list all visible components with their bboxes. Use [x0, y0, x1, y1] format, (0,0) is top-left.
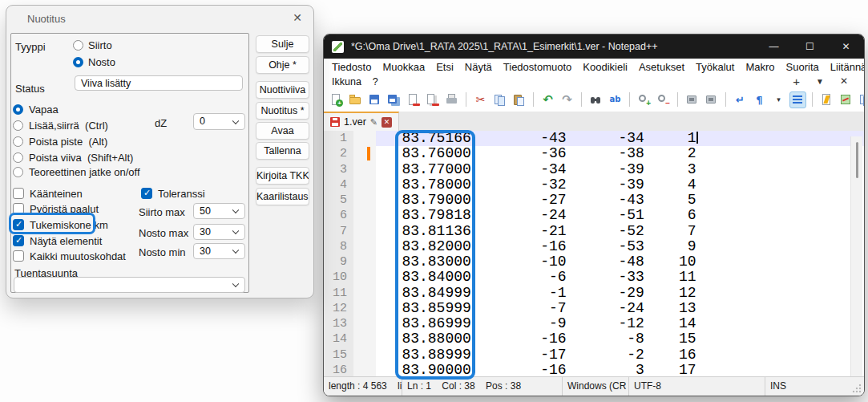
close-doc-icon[interactable]: ✕ [840, 75, 848, 87]
sulje-button[interactable]: Sulje [256, 35, 309, 53]
undo-icon[interactable]: ↶ [539, 91, 556, 108]
line-text[interactable]: 83.77000 -34 -39 3 [376, 162, 864, 177]
tuentasuunta-combobox[interactable] [14, 277, 245, 293]
editor-line-16[interactable]: 16 83.90000 -16 3 17 [324, 363, 864, 376]
resize-grip[interactable] [852, 384, 862, 393]
close-file-icon[interactable] [405, 91, 422, 108]
zoom-in-icon[interactable] [636, 91, 652, 108]
toleranssi-checkbox[interactable] [141, 188, 152, 199]
new-file-icon[interactable] [328, 91, 345, 108]
tab-1ver[interactable]: 1.ver ✎ ✕ [324, 112, 399, 131]
paste-icon[interactable] [511, 91, 527, 108]
line-text[interactable]: 83.79000 -27 -43 5 [376, 193, 864, 208]
line-text[interactable]: 83.88999 -17 -2 16 [376, 347, 864, 363]
symbol-dropdown-icon[interactable]: ▾ [770, 91, 787, 108]
save-all-icon[interactable] [386, 91, 402, 108]
show-symbol-icon[interactable]: ¶ [751, 91, 768, 108]
copy-icon[interactable] [491, 91, 508, 108]
word-wrap-icon[interactable]: ↵ [732, 91, 749, 108]
find-icon[interactable] [587, 91, 604, 108]
editor-line-13[interactable]: 13 83.86999 -9 -12 14 [324, 316, 864, 331]
editor-line-8[interactable]: 8 83.82000 -16 -53 9 [324, 239, 864, 254]
editor-line-6[interactable]: 6 83.79818 -24 -51 6 [324, 208, 864, 223]
editor-line-5[interactable]: 5 83.79000 -27 -43 5 [324, 193, 864, 208]
nuotitus-button[interactable]: Nuotitus * [256, 102, 309, 120]
line-text[interactable]: 83.88000 -16 -8 15 [376, 331, 864, 347]
minimize-button[interactable]: — [756, 35, 792, 59]
macro-lightning-icon[interactable] [818, 91, 835, 108]
menu-liit-nn-iset[interactable]: Liitännäiset [825, 61, 865, 73]
tallenna-button[interactable]: Tallenna [256, 142, 309, 160]
print-icon[interactable] [443, 91, 460, 108]
combobox-nosto-min[interactable]: 30 [193, 243, 245, 259]
close-all-icon[interactable] [424, 91, 441, 108]
menu-suorita[interactable]: Suorita [781, 61, 825, 73]
menu-tiedostomuoto[interactable]: Tiedostomuoto [498, 61, 578, 73]
editor-line-12[interactable]: 12 83.85999 -7 -24 13 [324, 301, 864, 316]
menu-etsi[interactable]: Etsi [430, 61, 459, 73]
dialog-close-icon[interactable]: ✕ [293, 11, 302, 24]
line-text[interactable]: 83.82000 -16 -53 9 [376, 239, 864, 254]
line-text[interactable]: 83.90000 -16 3 17 [376, 363, 864, 376]
line-text[interactable]: 83.75166 -43 -34 1 [376, 131, 864, 146]
combobox-nosto-max[interactable]: 30 [193, 224, 245, 240]
editor-line-3[interactable]: 3 83.77000 -34 -39 3 [324, 162, 864, 177]
line-text[interactable]: 83.85999 -7 -24 13 [376, 301, 864, 316]
radio-teoreettinen-jatke-on-off[interactable] [13, 167, 23, 177]
document-map-icon[interactable] [838, 91, 854, 108]
editor-line-1[interactable]: 1 83.75166 -43 -34 1 [324, 131, 864, 146]
editor-line-11[interactable]: 11 83.84999 -1 -29 12 [324, 286, 864, 301]
radio-poista-piste-alt[interactable] [13, 136, 23, 147]
dz-combobox[interactable]: 0 [193, 113, 245, 130]
editor-line-2[interactable]: 2 83.76000 -36 -38 2 [324, 146, 864, 161]
line-text[interactable]: 83.84999 -1 -29 12 [376, 286, 864, 301]
line-text[interactable]: 83.78000 -32 -39 4 [376, 177, 864, 193]
radio-vapaa[interactable] [13, 104, 23, 115]
maximize-button[interactable]: ☐ [792, 35, 828, 59]
menu-asetukset[interactable]: Asetukset [633, 61, 690, 73]
doc-switcher-icon[interactable] [857, 91, 865, 108]
editor-line-7[interactable]: 7 83.81136 -21 -52 7 [324, 224, 864, 239]
menu-ty-kalut[interactable]: Työkalut [690, 61, 740, 73]
new-tab-icon[interactable]: + [793, 75, 800, 87]
editor-line-9[interactable]: 9 83.83000 -10 -48 10 [324, 254, 864, 270]
nuottiviiva-button[interactable]: Nuottiviiva [256, 81, 309, 99]
menu-koodikieli[interactable]: Koodikieli [577, 61, 633, 73]
editor-line-15[interactable]: 15 83.88999 -17 -2 16 [324, 347, 864, 363]
radio-lis-siirr-ctrl[interactable] [13, 120, 23, 131]
checkbox-kaikki-muutoskohdat[interactable] [13, 250, 24, 262]
checkbox-tukemiskone-km[interactable] [13, 219, 24, 230]
show-all-chars-icon[interactable] [789, 91, 806, 108]
menu-tiedosto[interactable]: Tiedosto [326, 61, 377, 73]
open-file-icon[interactable] [347, 91, 364, 108]
line-text[interactable]: 83.84000 -6 -33 11 [376, 270, 864, 285]
menu-[interactable]: ? [367, 76, 384, 87]
line-text[interactable]: 83.81136 -21 -52 7 [376, 224, 864, 239]
kirjoita-tkk-button[interactable]: Kirjoita TKK * [256, 167, 309, 185]
save-icon[interactable] [366, 91, 383, 108]
avaa-button[interactable]: Avaa [256, 122, 309, 140]
vertical-scrollbar[interactable] [850, 136, 862, 376]
pin-tab-icon[interactable]: ✎ [370, 117, 377, 128]
checkbox-py-rist-paalut[interactable] [13, 203, 24, 214]
replace-icon[interactable]: ab [607, 91, 624, 108]
checkbox-k-nteinen[interactable] [13, 188, 24, 199]
tab-close-icon[interactable]: ✕ [382, 117, 392, 128]
tab-list-icon[interactable]: ▼ [816, 75, 824, 87]
checkbox-n-yt-elementit[interactable] [13, 235, 24, 246]
close-button[interactable]: ✕ [828, 35, 864, 59]
radio-siirto[interactable] [73, 40, 83, 51]
editor-line-14[interactable]: 14 83.88000 -16 -8 15 [324, 331, 864, 347]
status-field[interactable]: Viiva lisätty [75, 75, 243, 91]
cut-icon[interactable]: ✂ [472, 91, 489, 108]
menu-muokkaa[interactable]: Muokkaa [377, 61, 430, 73]
editor-line-4[interactable]: 4 83.78000 -32 -39 4 [324, 177, 864, 193]
menu-ikkuna[interactable]: Ikkuna [326, 76, 367, 87]
menu-n-yt[interactable]: Näytä [459, 61, 498, 73]
ohje-button[interactable]: Ohje * [256, 56, 309, 74]
combobox-siirto-max[interactable]: 50 [193, 203, 245, 219]
line-text[interactable]: 83.83000 -10 -48 10 [376, 254, 864, 270]
menu-makro[interactable]: Makro [740, 61, 780, 73]
line-text[interactable]: 83.79818 -24 -51 6 [376, 208, 864, 223]
line-text[interactable]: 83.76000 -36 -38 2 [376, 146, 864, 161]
